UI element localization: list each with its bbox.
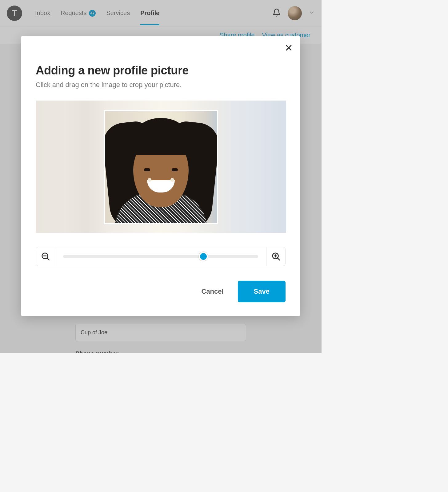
svg-line-4 [278,258,280,260]
profile-picture-modal: ✕ Adding a new profile picture Click and… [21,36,300,316]
zoom-slider[interactable] [55,247,266,266]
close-icon[interactable]: ✕ [284,43,294,53]
zoom-slider-track [63,255,258,258]
zoom-control [36,247,286,266]
zoom-out-icon[interactable] [36,247,55,266]
modal-subtitle: Click and drag on the image to crop your… [36,81,286,89]
zoom-in-icon[interactable] [266,247,285,266]
modal-footer: Cancel Save [36,281,286,302]
save-button[interactable]: Save [238,281,286,302]
crop-selection[interactable] [104,110,218,224]
cancel-button[interactable]: Cancel [199,284,225,299]
modal-title: Adding a new profile picture [36,64,286,77]
zoom-slider-handle[interactable] [199,252,208,261]
svg-line-1 [47,258,50,260]
image-crop-area[interactable] [36,101,286,233]
